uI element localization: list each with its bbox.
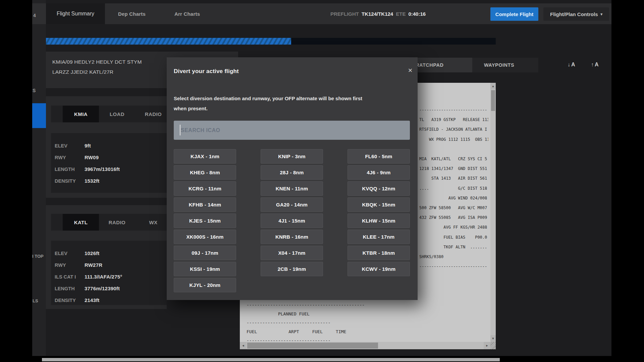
tab-katl-wx[interactable]: WX bbox=[135, 214, 171, 231]
kmia-tabstrip: KMIA LOAD RADIO bbox=[51, 106, 167, 122]
airport-button[interactable]: KFHB - 14nm bbox=[174, 197, 236, 212]
scroll-up-icon[interactable]: ▲ bbox=[490, 83, 496, 89]
close-icon[interactable]: ✕ bbox=[406, 66, 415, 75]
search-input[interactable] bbox=[174, 121, 410, 140]
tab-arr-charts[interactable]: Arr Charts bbox=[174, 11, 200, 17]
arrow-up-icon: ↑ bbox=[591, 62, 594, 68]
info-row: RWYRW27R bbox=[51, 259, 167, 271]
info-value: RW09 bbox=[85, 155, 99, 160]
scroll-right-icon[interactable]: ► bbox=[484, 342, 490, 349]
airport-button[interactable]: KTBR - 18nm bbox=[347, 246, 410, 260]
airport-button[interactable]: KVQQ - 12nm bbox=[347, 181, 410, 196]
info-value: 1532ft bbox=[85, 178, 100, 184]
tab-kmia-label: KMIA bbox=[74, 111, 88, 117]
font-increase-button[interactable]: ↑ A bbox=[591, 62, 599, 68]
divert-modal: Divert your active flight ✕ Select diver… bbox=[167, 57, 418, 300]
tab-waypoints[interactable]: WAYPOINTS bbox=[472, 58, 526, 72]
vertical-scrollbar[interactable] bbox=[490, 83, 496, 342]
info-value: 3776m/12390ft bbox=[85, 286, 120, 291]
airport-button[interactable]: X04 - 17nm bbox=[261, 246, 323, 260]
tab-kmia-radio[interactable]: RADIO bbox=[135, 106, 171, 122]
airport-button[interactable]: KSSI - 19nm bbox=[174, 262, 236, 276]
departure-airport-panel: KMIA LOAD RADIO ELEV9ftRWYRW09LENGTH3967… bbox=[46, 96, 167, 198]
chevron-down-icon: ▾ bbox=[600, 12, 602, 16]
airport-button[interactable]: KNRB - 16nm bbox=[261, 230, 323, 244]
font-decrease-button[interactable]: ↓ A bbox=[568, 62, 575, 68]
airport-button[interactable]: 4J6 - 9nm bbox=[347, 165, 410, 180]
info-row: ELEV9ft bbox=[51, 140, 167, 152]
airport-button[interactable]: KNIP - 3nm bbox=[261, 149, 323, 164]
info-label: ELEV bbox=[55, 143, 85, 148]
airport-button[interactable]: KLHW - 15nm bbox=[347, 214, 410, 228]
font-decrease-letter: A bbox=[571, 62, 575, 68]
sidebar-item-selected[interactable] bbox=[32, 103, 46, 128]
modal-title: Divert your active flight bbox=[174, 68, 239, 75]
info-label: LENGTH bbox=[55, 286, 85, 291]
tab-load-label: LOAD bbox=[110, 111, 124, 117]
flight-progress-track bbox=[46, 38, 496, 45]
info-value: 2143ft bbox=[85, 297, 100, 303]
vertical-scrollbar-thumb[interactable] bbox=[491, 90, 495, 111]
tab-flight-summary[interactable]: Flight Summary bbox=[46, 3, 105, 24]
airport-button[interactable]: KJAX - 1nm bbox=[174, 149, 236, 164]
complete-flight-label: Complete Flight bbox=[495, 11, 533, 17]
info-row: LENGTH3967m/13016ft bbox=[51, 163, 167, 175]
info-value: 1026ft bbox=[85, 250, 100, 256]
doc-tabbar: SCRATCHPAD WAYPOINTS bbox=[404, 58, 538, 72]
scroll-down-icon[interactable]: ▼ bbox=[490, 335, 496, 342]
airport-button[interactable]: 28J - 8nm bbox=[261, 165, 323, 180]
flight-status: PREFLIGHT TK124/TK124 ETE 0:40:16 bbox=[330, 11, 426, 17]
ofp-text-planned-fuel: ----------------------------------------… bbox=[247, 301, 485, 346]
airport-button[interactable]: 4J1 - 15nm bbox=[261, 214, 323, 228]
tab-kmia[interactable]: KMIA bbox=[63, 106, 99, 122]
flight-phase: PREFLIGHT bbox=[330, 11, 359, 17]
airport-button[interactable]: 2CB - 19nm bbox=[261, 262, 323, 276]
info-value: RW27R bbox=[85, 262, 102, 268]
sidebar-item-fragment-top[interactable]: I TOP bbox=[32, 254, 44, 259]
text-cursor bbox=[180, 125, 180, 135]
kmia-info-table: ELEV9ftRWYRW09LENGTH3967m/13016ftDENSITY… bbox=[51, 133, 167, 193]
info-value: 111.3/IAFA/275° bbox=[85, 274, 122, 280]
katl-info-table: ELEV1026ftRWYRW27RILS CAT I111.3/IAFA/27… bbox=[51, 241, 167, 305]
tab-flight-summary-label: Flight Summary bbox=[57, 11, 94, 17]
sidebar-item-fragment-ls[interactable]: LS bbox=[33, 298, 38, 303]
info-label: DENSITY bbox=[55, 178, 85, 184]
sidebar-item-fragment-4[interactable]: 4 bbox=[33, 13, 36, 18]
tab-wx-label: WX bbox=[149, 220, 158, 225]
info-label: DENSITY bbox=[55, 298, 85, 303]
complete-flight-button[interactable]: Complete Flight bbox=[490, 7, 538, 21]
info-value: 9ft bbox=[85, 143, 91, 148]
airport-button[interactable]: 09J - 17nm bbox=[174, 246, 236, 260]
airport-button[interactable]: KNEN - 11nm bbox=[261, 181, 323, 196]
ete-value: 0:40:16 bbox=[408, 11, 426, 17]
info-row: LENGTH3776m/12390ft bbox=[51, 283, 167, 294]
resize-grip-icon[interactable] bbox=[490, 342, 496, 349]
tab-katl-radio[interactable]: RADIO bbox=[99, 214, 135, 231]
horizontal-scrollbar-thumb[interactable] bbox=[247, 343, 378, 349]
airport-button[interactable]: KHEG - 8nm bbox=[174, 165, 236, 180]
airport-button[interactable]: KJYL - 20nm bbox=[174, 278, 236, 292]
route-line-2: LARZZ JJEDI2 KATL/27R bbox=[52, 69, 113, 75]
tab-dep-charts[interactable]: Dep Charts bbox=[118, 11, 146, 17]
font-increase-letter: A bbox=[595, 62, 599, 68]
info-row: DENSITY2143ft bbox=[51, 294, 167, 306]
airport-button[interactable]: KJES - 15nm bbox=[174, 214, 236, 228]
airport-button[interactable]: XK000S - 16nm bbox=[174, 230, 236, 244]
airport-button[interactable]: KCRG - 11nm bbox=[174, 181, 236, 196]
tab-katl-label: KATL bbox=[74, 220, 88, 225]
sidebar-item-fragment-s[interactable]: S bbox=[33, 88, 36, 93]
arrow-down-icon: ↓ bbox=[568, 62, 570, 68]
airport-button[interactable]: FL60 - 5nm bbox=[347, 149, 410, 164]
airport-button[interactable]: KLEE - 17nm bbox=[347, 230, 410, 244]
tab-kmia-load[interactable]: LOAD bbox=[99, 106, 135, 122]
tab-katl[interactable]: KATL bbox=[63, 214, 99, 231]
flight-plan-controls-dropdown[interactable]: Flight/Plan Controls ▾ bbox=[543, 7, 609, 21]
katl-tabstrip: KATL RADIO WX bbox=[51, 214, 167, 231]
airport-button[interactable]: KBQK - 15nm bbox=[347, 197, 410, 212]
airport-button[interactable]: KCWV - 19nm bbox=[347, 262, 410, 276]
ete-label: ETE bbox=[396, 11, 406, 17]
screen: 4 S I TOP LS Flight Summary Dep Charts A… bbox=[0, 0, 644, 362]
airport-button[interactable]: GA20 - 14nm bbox=[261, 197, 323, 212]
bottom-bar bbox=[42, 358, 500, 361]
scroll-left-icon[interactable]: ◄ bbox=[240, 342, 247, 349]
